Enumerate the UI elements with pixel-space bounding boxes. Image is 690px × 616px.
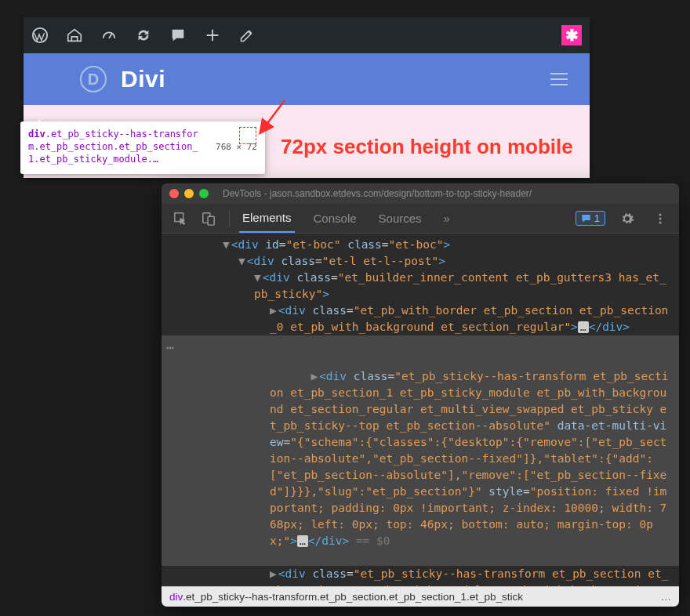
tab-console[interactable]: Console: [310, 205, 360, 232]
element-inspect-tooltip: div.et_pb_sticky--has-transform.et_pb_se…: [20, 121, 265, 174]
minimize-icon[interactable]: [184, 189, 194, 198]
divi-logo: D: [80, 66, 107, 92]
gear-icon[interactable]: [616, 208, 638, 230]
traffic-lights[interactable]: [169, 189, 209, 198]
elements-breadcrumb[interactable]: div.et_pb_sticky--has-transform.et_pb_se…: [162, 586, 679, 607]
svg-line-1: [109, 34, 112, 38]
devtools-toolbar: Elements Console Sources » 1: [162, 204, 679, 234]
svg-point-7: [659, 217, 662, 219]
dom-node[interactable]: ▶<div class="et_pb_with_border et_pb_sec…: [162, 303, 679, 335]
window-titlebar[interactable]: DevTools - jason.sandbox.etdevs.com/desi…: [162, 183, 679, 204]
devtools-tabs: Elements Console Sources »: [239, 204, 569, 233]
dom-node[interactable]: ▼<div class="et_builder_inner_content et…: [162, 270, 679, 303]
devtools-window: DevTools - jason.sandbox.etdevs.com/desi…: [162, 183, 679, 607]
wp-admin-bar[interactable]: ✱: [24, 17, 590, 53]
speedometer-icon[interactable]: [100, 27, 118, 44]
close-icon[interactable]: [169, 189, 179, 198]
breadcrumb-more[interactable]: …: [661, 591, 672, 603]
dom-node[interactable]: ▼<div id="et-boc" class="et-boc">: [162, 237, 679, 253]
divi-header-section: D Divi: [24, 53, 590, 105]
svg-point-6: [659, 213, 662, 216]
highlight-box: [239, 127, 256, 144]
plus-icon[interactable]: [204, 27, 221, 44]
wordpress-icon[interactable]: [31, 27, 49, 44]
menu-icon[interactable]: [550, 73, 568, 85]
breadcrumb-tag[interactable]: div: [169, 591, 183, 603]
comment-icon[interactable]: [169, 27, 187, 44]
dom-node-selected[interactable]: ⋯ ▶<div class="et_pb_sticky--has-transfo…: [162, 335, 679, 566]
device-toggle-icon[interactable]: [198, 208, 220, 230]
refresh-icon[interactable]: [135, 27, 152, 44]
inspect-icon[interactable]: [169, 208, 191, 230]
tab-elements[interactable]: Elements: [239, 204, 295, 233]
dom-node[interactable]: ▶<div class="et_pb_sticky--has-transform…: [162, 566, 679, 586]
dom-node[interactable]: ▼<div class="et-l et-l--post">: [162, 253, 679, 270]
site-title: Divi: [121, 66, 165, 92]
annotation-text: 72px section height on mobile: [281, 135, 573, 159]
message-count-badge[interactable]: 1: [576, 211, 605, 226]
svg-rect-5: [208, 216, 214, 225]
elements-tree[interactable]: ▼<div id="et-boc" class="et-boc"> ▼<div …: [162, 234, 679, 586]
tab-sources[interactable]: Sources: [376, 205, 425, 232]
page-viewport: ✱ D Divi div.et_pb_sticky--has-transform…: [24, 17, 590, 178]
tooltip-selector: div.et_pb_sticky--has-transform.et_pb_se…: [28, 128, 209, 166]
toolbar-badge[interactable]: ✱: [561, 25, 582, 45]
row-actions-icon[interactable]: ⋯: [166, 339, 174, 357]
window-title: DevTools - jason.sandbox.etdevs.com/desi…: [223, 188, 532, 199]
maximize-icon[interactable]: [199, 189, 209, 198]
more-icon[interactable]: [649, 208, 671, 230]
svg-point-8: [659, 221, 662, 223]
home-icon[interactable]: [66, 27, 83, 44]
breadcrumb-path[interactable]: .et_pb_sticky--has-transform.et_pb_secti…: [183, 591, 523, 603]
tab-overflow[interactable]: »: [441, 205, 453, 232]
pencil-icon[interactable]: [238, 27, 256, 44]
